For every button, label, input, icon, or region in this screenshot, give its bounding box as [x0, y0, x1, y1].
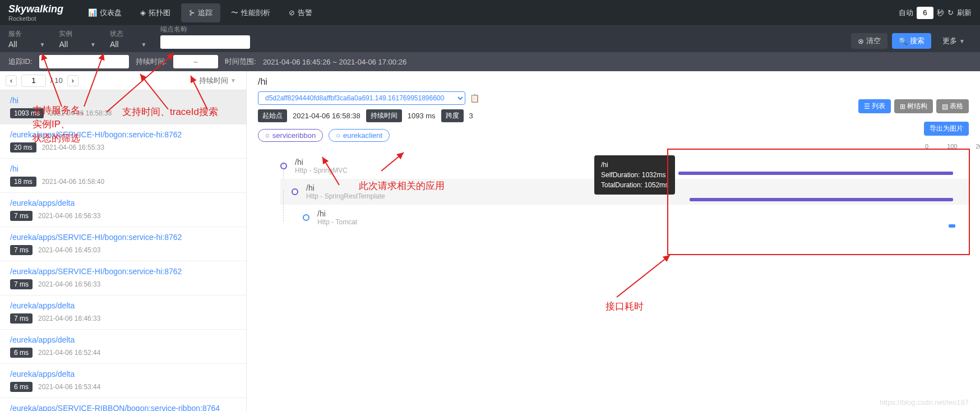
- duration-badge: 7 ms: [10, 279, 33, 289]
- trace-name: /eureka/apps/delta: [10, 301, 236, 310]
- trace-item[interactable]: /eureka/apps/SERVICE-RIBBON/bogon:servic…: [0, 398, 246, 411]
- trace-timestamp: 2021-04-06 16:58:38: [49, 109, 112, 117]
- trace-item[interactable]: /eureka/apps/SERVICE-HI/bogon:service-hi…: [0, 261, 246, 295]
- duration-badge: 6 ms: [10, 348, 33, 358]
- search-icon: 🔍: [899, 37, 908, 45]
- view-table-button[interactable]: ▤ 表格: [936, 99, 969, 113]
- trace-item[interactable]: /eureka/apps/SERVICE-HI/bogon:service-hi…: [0, 124, 246, 159]
- trace-list-panel: ‹ / 10 › 持续时间 ▼ /hi 1093 ms 2021-04-06 1…: [0, 71, 247, 411]
- nav-profile[interactable]: 〜 性能剖析: [223, 3, 278, 22]
- trace-id-select[interactable]: d5d2aff8294440fd8affbf3ca6a0a691.149.161…: [258, 91, 465, 105]
- span-component: Http - SpringMVC: [295, 167, 348, 174]
- refresh-icon[interactable]: ↻: [947, 8, 954, 17]
- sort-dropdown[interactable]: 持续时间 ▼: [195, 73, 241, 88]
- nav-topology[interactable]: ◈ 拓扑图: [132, 3, 178, 22]
- chevron-down-icon: ▼: [230, 77, 236, 84]
- filter-endpoint-label: 端点名称: [160, 25, 250, 34]
- watermark: https://blog.csdn.net/leo187: [880, 398, 969, 407]
- span-name: /hi: [295, 158, 348, 167]
- span-name: /hi: [317, 209, 357, 218]
- chevron-down-icon: ▼: [141, 41, 147, 48]
- trace-id-input[interactable]: [39, 55, 129, 68]
- service-tag-ribbon[interactable]: ○ serviceribbon: [258, 129, 323, 142]
- page-input[interactable]: [21, 75, 46, 87]
- nav-dashboard[interactable]: 📊 仪表盘: [80, 3, 130, 22]
- trace-name: /eureka/apps/delta: [10, 198, 236, 207]
- trace-timestamp: 2021-04-06 16:55:33: [42, 144, 104, 151]
- trace-item[interactable]: /eureka/apps/delta 7 ms 2021-04-06 16:46…: [0, 295, 246, 330]
- span-dot-icon: [303, 214, 309, 221]
- duration-badge: 7 ms: [10, 211, 33, 221]
- duration-badge: 6 ms: [10, 382, 33, 392]
- trace-item[interactable]: /hi 1093 ms 2021-04-06 16:58:38: [0, 90, 246, 124]
- clear-button[interactable]: ⊗清空: [851, 33, 887, 49]
- start-value: 2021-04-06 16:58:38: [293, 112, 360, 120]
- start-label: 起始点: [258, 109, 287, 122]
- nav-alarm[interactable]: ⊘ 告警: [281, 3, 320, 22]
- span-dot-icon: [292, 188, 298, 195]
- trace-item[interactable]: /eureka/apps/delta 6 ms 2021-04-06 16:52…: [0, 330, 246, 364]
- filter-instance[interactable]: 实例 All▼: [59, 29, 95, 49]
- span-component: Http - Tomcat: [317, 218, 357, 226]
- duration-badge: 7 ms: [10, 313, 33, 324]
- duration-label: 持续时间: [366, 109, 402, 122]
- logo-text: Skywalking: [8, 3, 63, 15]
- filter-instance-label: 实例: [59, 29, 95, 39]
- span-dot-icon: [280, 163, 287, 169]
- prev-page-button[interactable]: ‹: [6, 75, 17, 86]
- span-name: /hi: [306, 183, 385, 192]
- detail-title: /hi: [258, 77, 969, 87]
- filter-service[interactable]: 服务 All▼: [8, 29, 45, 49]
- trace-name: /eureka/apps/SERVICE-HI/bogon:service-hi…: [10, 130, 236, 139]
- auto-label: 自动: [899, 8, 913, 18]
- trace-item[interactable]: /hi 18 ms 2021-04-06 16:58:40: [0, 159, 246, 193]
- seconds-label: 秒: [937, 8, 944, 18]
- time-range-value: 2021-04-06 16:45:26 ~ 2021-04-06 17:00:2…: [263, 58, 406, 66]
- trace-item[interactable]: /eureka/apps/SERVICE-HI/bogon:service-hi…: [0, 227, 246, 261]
- top-navbar: Skywalking Rocketbot 📊 仪表盘 ◈ 拓扑图 ⊱ 追踪 〜 …: [0, 0, 980, 25]
- trace-list: /hi 1093 ms 2021-04-06 16:58:38/eureka/a…: [0, 90, 246, 411]
- trace-name: /hi: [10, 164, 236, 173]
- top-right-controls: 自动 秒 ↻ 刷新: [899, 7, 972, 19]
- duration-badge: 18 ms: [10, 177, 36, 187]
- time-range-label: 时间范围:: [225, 57, 256, 67]
- main-nav: 📊 仪表盘 ◈ 拓扑图 ⊱ 追踪 〜 性能剖析 ⊘ 告警: [80, 3, 320, 22]
- service-tag-eureka[interactable]: ○ eurekaclient: [329, 129, 390, 142]
- view-list-button[interactable]: ☰ 列表: [858, 99, 891, 113]
- filter-status[interactable]: 状态 All▼: [110, 29, 146, 49]
- span-label: 跨度: [441, 109, 464, 122]
- search-button[interactable]: 🔍搜索: [892, 33, 931, 49]
- refresh-button[interactable]: 刷新: [957, 8, 972, 18]
- span-component: Http - SpringRestTemplate: [306, 192, 385, 200]
- logo-subtitle: Rocketbot: [8, 15, 63, 22]
- filter-bar: 服务 All▼ 实例 All▼ 状态 All▼ 端点名称 ⊗清空 🔍搜索 更多 …: [0, 25, 980, 52]
- duration-value: 1093 ms: [408, 112, 436, 120]
- annotation-box: [667, 149, 970, 255]
- trace-timestamp: 2021-04-06 16:58:40: [42, 178, 104, 186]
- copy-icon[interactable]: 📋: [470, 94, 479, 103]
- export-image-button[interactable]: 导出为图片: [924, 122, 969, 136]
- trace-item[interactable]: /eureka/apps/delta 6 ms 2021-04-06 16:53…: [0, 364, 246, 398]
- chevron-down-icon: ▼: [959, 38, 965, 44]
- trace-timestamp: 2021-04-06 16:45:03: [38, 246, 100, 254]
- trace-timestamp: 2021-04-06 16:53:44: [38, 383, 100, 391]
- duration-input[interactable]: [173, 55, 218, 68]
- more-button[interactable]: 更多 ▼: [936, 33, 972, 49]
- trace-name: /hi: [10, 96, 236, 105]
- trace-name: /eureka/apps/SERVICE-HI/bogon:service-hi…: [10, 267, 236, 276]
- filter-service-label: 服务: [8, 29, 45, 39]
- pagination: ‹ / 10 › 持续时间 ▼: [0, 71, 246, 90]
- nav-trace[interactable]: ⊱ 追踪: [181, 3, 220, 22]
- trace-name: /eureka/apps/SERVICE-RIBBON/bogon:servic…: [10, 404, 236, 411]
- trace-name: /eureka/apps/SERVICE-HI/bogon:service-hi…: [10, 233, 236, 242]
- duration-label: 持续时间:: [136, 57, 167, 67]
- trace-timestamp: 2021-04-06 16:56:33: [38, 280, 100, 288]
- view-tree-button[interactable]: ⊞ 树结构: [894, 99, 933, 113]
- endpoint-input[interactable]: [160, 35, 250, 49]
- trace-item[interactable]: /eureka/apps/delta 7 ms 2021-04-06 16:56…: [0, 193, 246, 227]
- next-page-button[interactable]: ›: [67, 75, 78, 86]
- page-total: / 10: [50, 76, 63, 85]
- span-value: 3: [469, 112, 473, 120]
- filter-endpoint: 端点名称: [160, 25, 250, 49]
- refresh-seconds-input[interactable]: [917, 7, 933, 19]
